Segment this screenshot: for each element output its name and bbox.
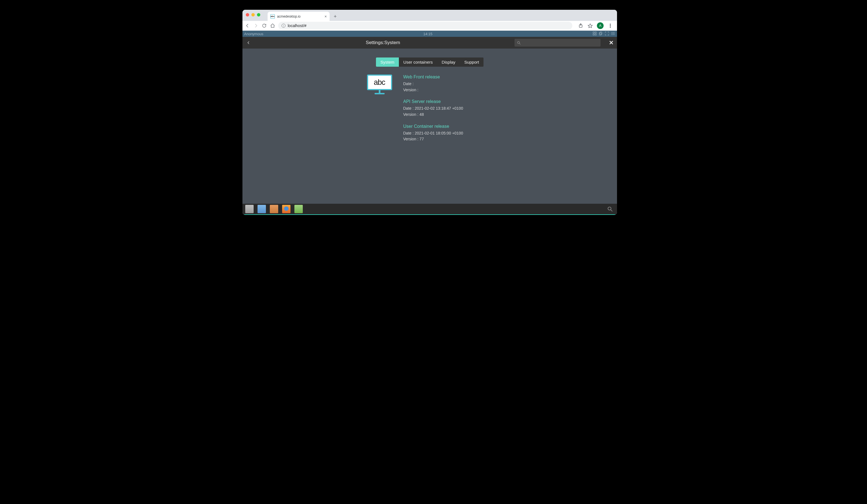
- nav-forward-button[interactable]: [253, 23, 259, 29]
- svg-line-20: [611, 210, 612, 211]
- svg-point-14: [611, 32, 612, 32]
- window-minimize-button[interactable]: [251, 13, 255, 17]
- release-date: Date : 2021-02-01 18:05:00 +0100: [403, 130, 493, 136]
- topbar-clock: 14:15: [264, 32, 592, 36]
- browser-tabbar: abc acmedesktop.io × +: [243, 10, 617, 21]
- tab-close-icon[interactable]: ×: [324, 14, 327, 19]
- dock-search-button[interactable]: [605, 204, 616, 214]
- browser-address-bar: i localhost/# A: [243, 21, 617, 31]
- monitor-icon: abc: [367, 75, 392, 90]
- releases-list: Web Front releaseDate :Version :API Serv…: [403, 75, 493, 149]
- release-block: API Server releaseDate : 2021-02-02 13:1…: [403, 99, 493, 118]
- header-search-input[interactable]: [514, 39, 600, 47]
- dock-item-firefox[interactable]: [281, 204, 292, 214]
- header-back-button[interactable]: [246, 41, 251, 45]
- svg-point-19: [608, 207, 611, 210]
- release-title: User Container release: [403, 124, 493, 129]
- bookmark-star-icon[interactable]: [587, 23, 593, 29]
- dock: [243, 204, 617, 215]
- dock-item-presentation[interactable]: [269, 204, 279, 214]
- topbar-user: Anonymous: [244, 32, 264, 36]
- dock-item-text-editor[interactable]: [256, 204, 267, 214]
- window-close-button[interactable]: [246, 13, 249, 17]
- browser-window: abc acmedesktop.io × + i localhost/#: [243, 10, 617, 215]
- release-date: Date :: [403, 81, 493, 87]
- svg-rect-10: [599, 32, 601, 35]
- site-info-icon[interactable]: i: [281, 24, 286, 28]
- page-title: Settings:System: [251, 40, 514, 45]
- browser-tab[interactable]: abc acmedesktop.io ×: [268, 12, 330, 21]
- svg-point-4: [610, 27, 611, 28]
- app-topbar: Anonymous 14:15: [243, 31, 617, 37]
- grid-icon[interactable]: [592, 31, 597, 36]
- search-icon: [517, 41, 521, 45]
- url-input[interactable]: i localhost/#: [278, 22, 572, 30]
- svg-point-3: [610, 25, 611, 26]
- svg-point-16: [611, 34, 612, 35]
- settings-content: abc Web Front releaseDate :Version :API …: [367, 75, 493, 149]
- new-tab-button[interactable]: +: [331, 13, 339, 20]
- svg-rect-6: [595, 32, 596, 33]
- tab-support[interactable]: Support: [460, 57, 483, 67]
- window-maximize-button[interactable]: [257, 13, 260, 17]
- release-version: Version :: [403, 87, 493, 93]
- svg-point-2: [610, 24, 611, 24]
- tab-favicon: abc: [270, 14, 275, 19]
- tab-user-containers[interactable]: User containers: [399, 57, 437, 67]
- profile-avatar[interactable]: A: [597, 22, 603, 29]
- settings-tabs: SystemUser containersDisplaySupport: [376, 57, 483, 67]
- nav-reload-button[interactable]: [261, 23, 267, 29]
- release-title: Web Front release: [403, 75, 493, 79]
- app-header: Settings:System ✕: [243, 37, 617, 48]
- app-viewport: Anonymous 14:15 Settings:System ✕: [243, 31, 617, 215]
- tab-system[interactable]: System: [376, 57, 399, 67]
- svg-rect-7: [593, 34, 595, 35]
- release-version: Version : 77: [403, 136, 493, 142]
- release-title: API Server release: [403, 99, 493, 104]
- svg-marker-1: [588, 24, 592, 28]
- svg-point-17: [517, 41, 520, 44]
- fullscreen-icon[interactable]: [605, 31, 609, 36]
- nav-back-button[interactable]: [245, 23, 250, 29]
- copy-icon[interactable]: [599, 31, 603, 36]
- dock-item-spreadsheet[interactable]: [293, 204, 304, 214]
- app-body: SystemUser containersDisplaySupport abc …: [243, 48, 617, 204]
- svg-rect-5: [593, 32, 595, 33]
- share-icon[interactable]: [578, 23, 584, 29]
- list-icon[interactable]: [611, 31, 616, 36]
- release-block: Web Front releaseDate :Version :: [403, 75, 493, 93]
- browser-menu-icon[interactable]: [608, 23, 613, 29]
- release-block: User Container releaseDate : 2021-02-01 …: [403, 124, 493, 142]
- dock-item-files[interactable]: [244, 204, 255, 214]
- topbar-icons: [592, 31, 616, 36]
- nav-home-button[interactable]: [270, 23, 275, 29]
- url-text: localhost/#: [288, 23, 307, 28]
- release-version: Version : 48: [403, 112, 493, 118]
- tab-display[interactable]: Display: [437, 57, 460, 67]
- release-date: Date : 2021-02-02 13:18:47 +0100: [403, 106, 493, 112]
- svg-rect-8: [595, 34, 596, 35]
- tab-title: acmedesktop.io: [277, 14, 322, 19]
- system-logo: abc: [367, 75, 392, 95]
- svg-line-18: [519, 43, 520, 44]
- svg-rect-9: [600, 32, 602, 34]
- header-close-button[interactable]: ✕: [609, 39, 614, 46]
- window-controls: [246, 13, 260, 17]
